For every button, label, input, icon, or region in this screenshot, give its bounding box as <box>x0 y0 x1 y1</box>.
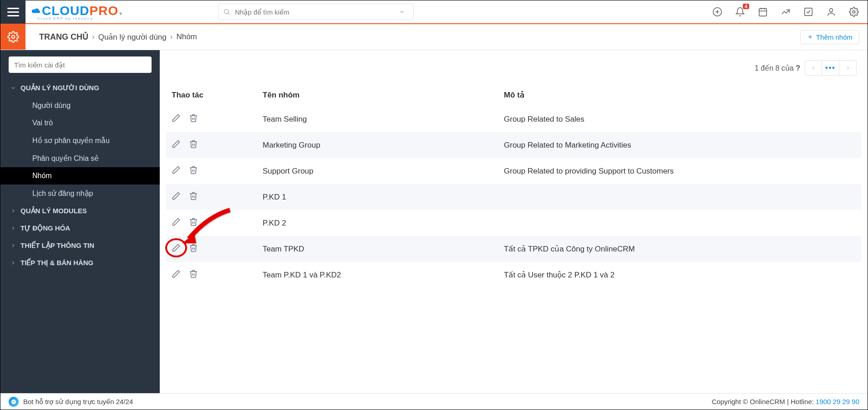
calendar-button[interactable] <box>757 6 768 17</box>
groups-table: Thao tác Tên nhóm Mô tả Team SellingGrou… <box>166 84 861 288</box>
breadcrumb-home[interactable]: TRANG CHỦ <box>39 32 88 42</box>
add-group-button[interactable]: Thêm nhóm <box>800 30 859 44</box>
quick-add-button[interactable] <box>712 6 723 17</box>
notifications-button[interactable]: 4 <box>735 6 746 17</box>
delete-button[interactable] <box>189 113 198 125</box>
delete-button[interactable] <box>189 243 198 255</box>
pager-prev-button[interactable] <box>805 60 822 76</box>
trash-icon <box>189 165 198 174</box>
chevron-right-icon <box>10 260 16 266</box>
gear-icon <box>849 7 859 17</box>
plus-icon <box>807 34 813 40</box>
trash-icon <box>189 243 198 252</box>
sidebar-item-3[interactable]: Phân quyền Chia sẻ <box>0 149 160 167</box>
logo[interactable]: CLOUDPRO® Cloud ERP by Industry <box>25 4 122 20</box>
global-search[interactable] <box>218 4 414 20</box>
pencil-icon <box>172 139 181 149</box>
table-row: Team SellingGroup Related to Sales <box>166 106 861 132</box>
sidebar-group-1[interactable]: TỰ ĐỘNG HÓA <box>0 220 160 237</box>
search-input[interactable] <box>234 8 399 16</box>
table-row: Marketing GroupGroup Related to Marketin… <box>166 132 861 158</box>
edit-button[interactable] <box>172 139 181 151</box>
sidebar-group-0[interactable]: QUẢN LÝ MODULES <box>0 202 160 220</box>
sidebar-item-2[interactable]: Hồ sơ phân quyền mẫu <box>0 132 160 149</box>
sidebar-filter-input[interactable] <box>9 56 152 73</box>
top-icons: 4 <box>712 6 859 17</box>
edit-button[interactable] <box>172 165 181 177</box>
user-icon <box>826 7 836 17</box>
breadcrumb-level1[interactable]: Quản lý người dùng <box>98 32 167 42</box>
edit-button[interactable] <box>172 243 181 255</box>
edit-button[interactable] <box>172 113 181 125</box>
sidebar-group-users[interactable]: QUẢN LÝ NGƯỜI DÙNG <box>0 79 160 97</box>
cell-name: Support Group <box>257 158 498 184</box>
svg-rect-9 <box>805 8 812 16</box>
search-icon <box>223 8 230 15</box>
plus-circle-icon <box>712 7 722 17</box>
table-row: P.KD 2 <box>166 210 861 236</box>
delete-button[interactable] <box>189 191 198 203</box>
trash-icon <box>189 217 198 226</box>
chevron-left-icon <box>811 65 816 71</box>
calendar-icon <box>758 7 768 17</box>
sidebar-group-3[interactable]: TIẾP THỊ & BÁN HÀNG <box>0 254 160 272</box>
footer-copyright: Copyright © OnlineCRM | Hotline: 1900 29… <box>712 398 859 405</box>
profile-button[interactable] <box>826 6 837 17</box>
svg-point-0 <box>224 10 228 14</box>
delete-button[interactable] <box>189 269 198 281</box>
svg-point-11 <box>853 10 855 13</box>
col-desc: Mô tả <box>498 84 861 106</box>
breadcrumb-level2: Nhóm <box>176 32 197 41</box>
table-row: Team P.KD 1 và P.KD2Tất cả User thuộc 2 … <box>166 262 861 288</box>
cell-name: P.KD 2 <box>257 210 498 236</box>
trash-icon <box>189 191 198 200</box>
pager-next-button[interactable] <box>839 60 857 76</box>
pencil-icon <box>172 243 181 252</box>
notification-badge: 4 <box>743 4 749 9</box>
top-bar: CLOUDPRO® Cloud ERP by Industry 4 <box>0 0 868 24</box>
pager-more-button[interactable]: ••• <box>822 60 839 76</box>
breadcrumb: TRANG CHỦ › Quản lý người dùng › Nhóm <box>39 24 197 50</box>
cell-name: Team Selling <box>257 106 498 132</box>
cell-name: Marketing Group <box>257 132 498 158</box>
cell-desc <box>498 184 861 210</box>
cloud-icon <box>31 7 41 15</box>
check-square-icon <box>803 7 813 17</box>
sidebar-group-2[interactable]: THIẾT LẬP THÔNG TIN <box>0 237 160 254</box>
pencil-icon <box>172 113 181 123</box>
trash-icon <box>189 269 198 278</box>
sidebar-item-0[interactable]: Người dùng <box>0 97 160 114</box>
chevron-right-icon <box>845 65 851 71</box>
pencil-icon <box>172 269 181 278</box>
chevron-down-icon <box>399 9 405 15</box>
edit-button[interactable] <box>172 217 181 229</box>
delete-button[interactable] <box>189 217 198 229</box>
messenger-icon[interactable] <box>9 397 19 407</box>
edit-button[interactable] <box>172 191 181 203</box>
sidebar-item-4[interactable]: Nhóm <box>0 167 160 184</box>
chevron-down-icon <box>10 85 16 91</box>
edit-button[interactable] <box>172 269 181 281</box>
cell-desc: Group Related to Sales <box>498 106 861 132</box>
svg-point-10 <box>829 9 832 12</box>
sidebar-item-5[interactable]: Lịch sử đăng nhập <box>0 184 160 202</box>
pager-text: 1 đến 8 của ? <box>755 64 800 72</box>
menu-toggle[interactable] <box>0 0 25 24</box>
pager: 1 đến 8 của ? ••• <box>160 50 868 80</box>
trash-icon <box>189 139 198 149</box>
sidebar-item-1[interactable]: Vai trò <box>0 114 160 132</box>
delete-button[interactable] <box>189 165 198 177</box>
cell-name: Team P.KD 1 và P.KD2 <box>257 262 498 288</box>
settings-button[interactable] <box>848 6 859 17</box>
delete-button[interactable] <box>189 139 198 151</box>
chevron-right-icon <box>10 226 16 231</box>
analytics-button[interactable] <box>780 6 791 17</box>
svg-point-12 <box>11 36 15 39</box>
footer: Bot hỗ trợ sử dụng trực tuyến 24/24 Copy… <box>0 393 868 410</box>
cell-desc <box>498 210 861 236</box>
hotline-link[interactable]: 1900 29 29 90 <box>816 398 859 405</box>
settings-panel-toggle[interactable] <box>0 24 25 50</box>
tasks-button[interactable] <box>803 6 814 17</box>
table-row: Team TPKDTất cả TPKD của Công ty OnlineC… <box>166 236 861 262</box>
svg-rect-5 <box>759 9 767 16</box>
